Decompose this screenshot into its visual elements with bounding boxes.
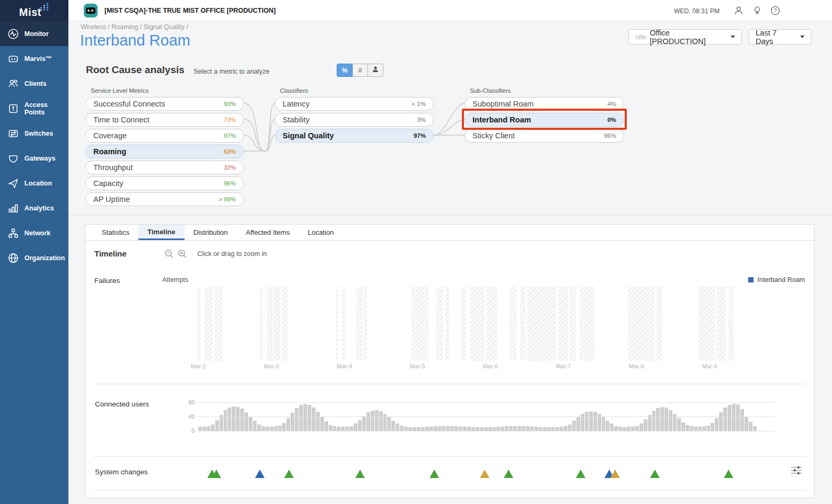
attempts-bar: [461, 287, 466, 361]
attempts-bar: [356, 287, 363, 361]
system-change-marker-green[interactable]: [284, 470, 294, 478]
connected-users-bar: [198, 427, 202, 431]
day-tick-label: Mar-2: [191, 363, 206, 369]
metric-pill-time-to-connect[interactable]: Time to Connect73%: [85, 113, 244, 127]
connected-users-bar: [505, 426, 509, 431]
legend-swatch: [748, 277, 754, 282]
connected-users-label: Connected users: [95, 400, 149, 408]
metric-pill-signal-quality[interactable]: Signal Quality97%: [275, 129, 434, 143]
sidebar-item-organization[interactable]: Organization: [0, 245, 68, 270]
monitor-icon: [7, 28, 19, 40]
metric-pill-coverage[interactable]: Coverage97%: [85, 129, 244, 143]
view-mode-btn[interactable]: #: [352, 64, 368, 77]
system-change-marker-green[interactable]: [212, 470, 221, 478]
system-change-marker-green[interactable]: [430, 470, 439, 478]
connected-users-bar: [652, 411, 656, 431]
connected-users-bar: [593, 412, 597, 431]
connected-users-bar: [278, 426, 282, 431]
connected-users-bar: [391, 421, 395, 431]
connected-users-bar: [484, 427, 488, 431]
attempts-bar: [282, 287, 287, 361]
breadcrumb[interactable]: Wireless / Roaming / Signal Quality /: [81, 23, 188, 31]
metric-view-toggle: %#: [337, 64, 383, 77]
metric-name: Interband Roam: [472, 116, 531, 124]
y-tick-label: 80: [182, 399, 195, 405]
metric-value: < 1%: [411, 101, 426, 107]
metric-name: Time to Connect: [93, 116, 150, 124]
metric-pill-sticky-client[interactable]: Sticky Client96%: [465, 129, 624, 143]
connected-users-bar: [362, 416, 366, 431]
page-title: Interband Roam: [80, 32, 190, 49]
connected-users-bar: [337, 427, 340, 431]
tab-distribution[interactable]: Distribution: [185, 225, 237, 240]
tab-statistics[interactable]: Statistics: [93, 225, 138, 240]
sidebar-item-location[interactable]: Location: [0, 171, 68, 196]
sidebar-item-marvis[interactable]: Marvis™: [0, 46, 68, 71]
metric-pill-ap-uptime[interactable]: AP Uptime> 99%: [85, 192, 244, 206]
attempts-bar: [273, 287, 281, 361]
attempts-bar: [699, 287, 715, 361]
sidebar-item-network[interactable]: Network: [0, 220, 68, 245]
connected-users-bar: [450, 426, 454, 431]
connected-users-bar: [753, 426, 757, 431]
column-label: Classifiers: [280, 87, 434, 94]
connected-users-bar: [203, 427, 206, 431]
sidebar-item-analytics[interactable]: Analytics: [0, 196, 68, 220]
marvis-app-icon[interactable]: [84, 4, 98, 17]
y-gridline: [198, 431, 775, 431]
metric-pill-suboptimal-roam[interactable]: Suboptimal Roam4%: [465, 97, 624, 111]
zoom-out-icon[interactable]: [164, 249, 174, 259]
connected-users-bar: [446, 426, 450, 431]
sidebar-item-clients[interactable]: Clients: [0, 71, 68, 96]
metric-name: Sticky Client: [472, 131, 515, 140]
mist-logo[interactable]: Mist: [0, 0, 68, 21]
system-change-marker-green[interactable]: [724, 470, 733, 478]
user-icon[interactable]: [733, 5, 744, 16]
column-label: Service Level Metrics: [91, 87, 244, 94]
sidebar-item-access-points[interactable]: Access Points: [0, 96, 68, 121]
system-change-marker-green[interactable]: [576, 470, 585, 478]
sidebar-item-gateways[interactable]: Gateways: [0, 146, 68, 171]
connected-users-bar: [509, 426, 513, 431]
system-change-marker-gold[interactable]: [610, 470, 620, 478]
sidebar-item-switches[interactable]: Switches: [0, 121, 68, 146]
system-change-marker-green[interactable]: [504, 470, 513, 478]
root-cause-heading: Root Cause analysis: [86, 64, 185, 76]
filter-sliders-icon[interactable]: [791, 466, 802, 475]
zoom-in-icon[interactable]: [178, 249, 187, 259]
metric-pill-successful-connects[interactable]: Successful Connects93%: [85, 97, 244, 111]
connected-users-bar: [664, 408, 668, 431]
metric-pill-latency[interactable]: Latency< 1%: [275, 97, 434, 111]
bulb-icon[interactable]: [752, 5, 763, 16]
connected-users-bar: [488, 427, 492, 431]
system-change-marker-gold[interactable]: [480, 470, 489, 478]
tab-timeline[interactable]: Timeline: [138, 225, 185, 240]
connected-users-bar: [694, 427, 698, 431]
tab-location[interactable]: Location: [299, 225, 343, 240]
help-icon[interactable]: ?: [770, 5, 781, 16]
system-change-marker-green[interactable]: [650, 470, 660, 478]
metric-pill-interband-roam[interactable]: Interband Roam0%: [465, 113, 624, 127]
metric-pill-throughput[interactable]: Throughput32%: [85, 161, 244, 174]
tab-affected-items[interactable]: Affected Items: [237, 225, 299, 240]
connected-users-bar: [220, 415, 223, 431]
metric-value: 63%: [224, 148, 236, 155]
failures-chart[interactable]: Mar-2Mar-3Mar-4Mar-5Mar-6Mar-7Mar-8Mar-9: [94, 287, 807, 361]
metric-value: 96%: [604, 132, 616, 139]
metric-value: 96%: [224, 180, 236, 187]
mist-logo-dots-icon: [31, 3, 50, 10]
metric-pill-stability[interactable]: Stability3%: [275, 113, 434, 127]
metric-name: AP Uptime: [93, 195, 130, 204]
service-level-metrics-column: Service Level Metrics Successful Connect…: [85, 87, 244, 208]
view-mode-client[interactable]: [367, 64, 383, 77]
site-selector[interactable]: site Office [PRODUCTION]: [628, 29, 742, 45]
metric-name: Suboptimal Roam: [472, 100, 533, 108]
metric-pill-capacity[interactable]: Capacity96%: [85, 176, 244, 190]
view-mode-btn[interactable]: %: [337, 64, 353, 77]
person-icon: [372, 66, 379, 75]
sidebar-item-monitor[interactable]: Monitor: [0, 21, 68, 46]
system-change-marker-green[interactable]: [355, 470, 365, 478]
time-range-selector[interactable]: Last 7 Days: [749, 29, 811, 45]
metric-pill-roaming[interactable]: Roaming63%: [85, 145, 244, 158]
system-change-marker-blue[interactable]: [255, 470, 265, 478]
